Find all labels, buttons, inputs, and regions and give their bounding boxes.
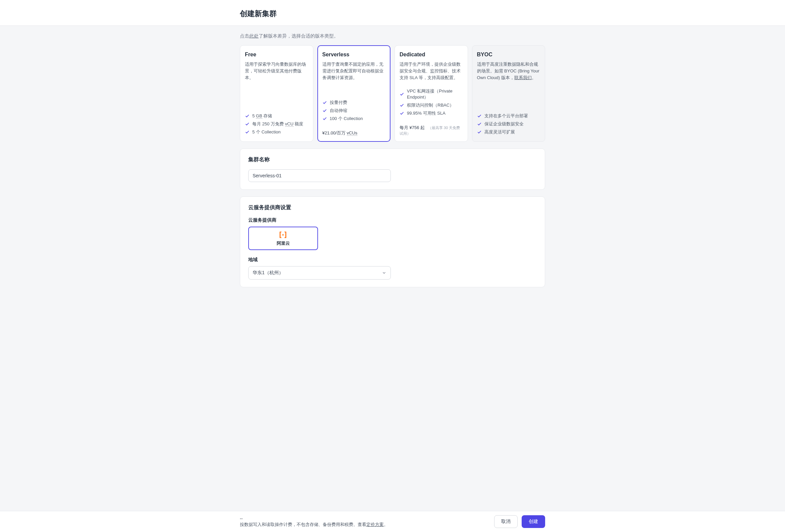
region-value: 华东1（杭州） <box>253 270 283 276</box>
contact-us-link[interactable]: 联系我们 <box>514 75 532 80</box>
check-icon <box>245 130 250 134</box>
section-title: 集群名称 <box>248 156 537 163</box>
plan-feature: 5 GB 存储 <box>245 112 308 120</box>
plan-feature: 每月 250 万免费 vCU 额度 <box>245 120 308 128</box>
check-icon <box>477 130 482 134</box>
section-title: 云服务提供商设置 <box>248 204 537 211</box>
plan-name: Serverless <box>322 52 386 58</box>
check-icon <box>322 100 327 105</box>
plan-desc: 适用于高度注重数据隐私和合规的场景。如需 BYOC (Bring Your Ow… <box>477 61 540 81</box>
version-hint: 点击此处了解版本差异，选择合适的版本类型。 <box>240 33 545 39</box>
region-select[interactable]: 华东1（杭州） <box>248 266 391 280</box>
aliyun-icon: [‑] <box>279 231 287 238</box>
provider-label: 云服务提供商 <box>248 217 537 223</box>
plan-feature: 99.95% 可用性 SLA <box>400 109 463 117</box>
plan-features: VPC 私网连接（Private Endpoint） 权限访问控制（RBAC） … <box>400 87 463 117</box>
plan-price: 每月 ¥756 起 （最高享 30 天免费试用） <box>400 125 463 136</box>
plan-card-byoc: BYOC 适用于高度注重数据隐私和合规的场景。如需 BYOC (Bring Yo… <box>472 45 546 142</box>
plan-feature: 自动伸缩 <box>322 107 386 115</box>
plan-feature: 支持在多个云平台部署 <box>477 112 540 120</box>
plan-desc: 适用于生产环境，提供企业级数据安全与合规、监控指标、技术支持 SLA 等，支持高… <box>400 61 463 81</box>
plan-features: 支持在多个云平台部署 保证企业级数据安全 高度灵活可扩展 <box>477 112 540 136</box>
provider-name: 阿里云 <box>277 240 290 246</box>
plan-feature: 权限访问控制（RBAC） <box>400 101 463 109</box>
check-icon <box>477 114 482 118</box>
check-icon <box>400 92 404 97</box>
plan-desc: 适用于查询量不固定的应用，无需进行复杂配置即可自动根据业务调整计算资源。 <box>322 61 386 81</box>
plan-name: Dedicated <box>400 52 463 58</box>
plan-card-free[interactable]: Free 适用于探索学习向量数据库的场景，可轻松升级至其他付费版本。 5 GB … <box>240 45 313 142</box>
plan-name: BYOC <box>477 52 540 58</box>
plan-card-serverless[interactable]: Serverless 适用于查询量不固定的应用，无需进行复杂配置即可自动根据业务… <box>318 45 391 142</box>
check-icon <box>400 111 404 116</box>
plan-feature: 高度灵活可扩展 <box>477 128 540 136</box>
page-title: 创建新集群 <box>240 9 545 19</box>
check-icon <box>245 122 250 126</box>
plan-desc: 适用于探索学习向量数据库的场景，可轻松升级至其他付费版本。 <box>245 61 308 81</box>
check-icon <box>400 103 404 108</box>
plan-feature: 保证企业级数据安全 <box>477 120 540 128</box>
cluster-name-section: 集群名称 <box>240 149 545 190</box>
check-icon <box>322 108 327 113</box>
check-icon <box>322 116 327 121</box>
plan-feature: 5 个 Collection <box>245 128 308 136</box>
plan-name: Free <box>245 52 308 58</box>
plan-price: ¥21.00/百万 vCUs <box>322 130 386 136</box>
plan-features: 按量付费 自动伸缩 100 个 Collection <box>322 99 386 123</box>
cloud-provider-section: 云服务提供商设置 云服务提供商 [‑] 阿里云 地域 华东1（杭州） <box>240 196 545 287</box>
plan-feature: 100 个 Collection <box>322 115 386 123</box>
cluster-name-input[interactable] <box>248 169 391 182</box>
plan-grid: Free 适用于探索学习向量数据库的场景，可轻松升级至其他付费版本。 5 GB … <box>240 45 545 142</box>
region-label: 地域 <box>248 257 537 263</box>
plan-features: 5 GB 存储 每月 250 万免费 vCU 额度 5 个 Collection <box>245 112 308 136</box>
chevron-down-icon <box>382 270 386 275</box>
check-icon <box>245 114 250 118</box>
plan-feature: 按量付费 <box>322 99 386 107</box>
plan-feature: VPC 私网连接（Private Endpoint） <box>400 87 463 101</box>
version-diff-link[interactable]: 此处 <box>249 33 259 38</box>
provider-card-aliyun[interactable]: [‑] 阿里云 <box>248 227 318 250</box>
plan-card-dedicated[interactable]: Dedicated 适用于生产环境，提供企业级数据安全与合规、监控指标、技术支持… <box>395 45 468 142</box>
check-icon <box>477 122 482 126</box>
